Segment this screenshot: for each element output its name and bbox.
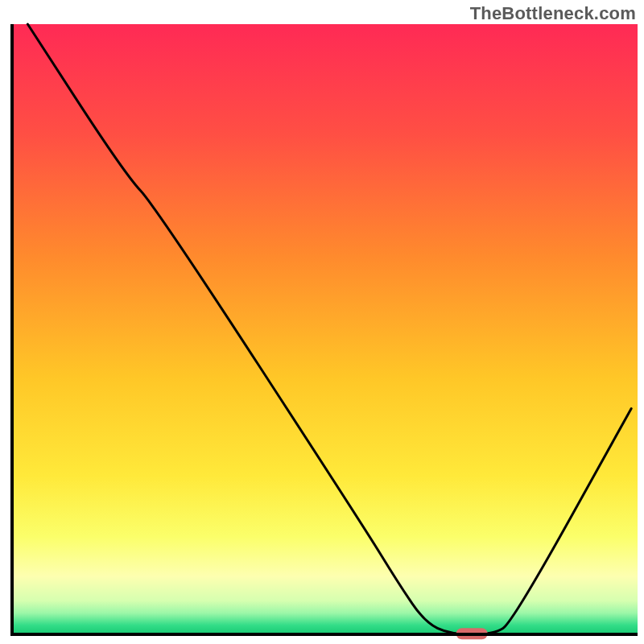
chart-background (12, 24, 638, 634)
chart-stage: TheBottleneck.com (0, 0, 644, 644)
bottleneck-chart (0, 0, 644, 644)
watermark-text: TheBottleneck.com (470, 3, 636, 24)
